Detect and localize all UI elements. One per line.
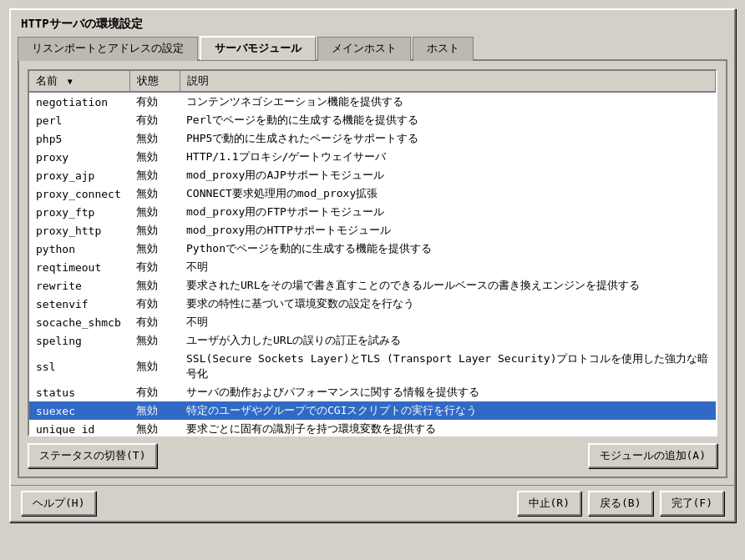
- table-row[interactable]: unique_id無効要求ごとに固有の識別子を持つ環境変数を提供する: [29, 420, 716, 436]
- cell-module-description: 不明: [180, 258, 716, 276]
- table-row[interactable]: php5無効PHP5で動的に生成されたページをサポートする: [29, 129, 716, 148]
- finish-button[interactable]: 完了(F): [660, 491, 724, 516]
- cell-module-name: python: [29, 240, 129, 258]
- cell-module-status: 無効: [129, 221, 180, 240]
- tabs-row: リスンポートとアドレスの設定 サーバモジュール メインホスト ホスト: [11, 35, 734, 59]
- modules-table: 名前 ▼ 状態 説明 negotiation有効コンテンツネゴシエーション機能を…: [29, 71, 716, 436]
- cell-module-name: negotiation: [29, 92, 129, 111]
- modules-table-container[interactable]: 名前 ▼ 状態 説明 negotiation有効コンテンツネゴシエーション機能を…: [28, 69, 717, 436]
- cell-module-description: PHP5で動的に生成されたページをサポートする: [180, 129, 716, 148]
- cell-module-description: Perlでページを動的に生成する機能を提供する: [180, 111, 716, 129]
- table-row[interactable]: proxy_http無効mod_proxy用のHTTPサポートモジュール: [29, 221, 716, 240]
- table-row[interactable]: python無効Pythonでページを動的に生成する機能を提供する: [29, 240, 716, 258]
- footer-left: ヘルプ(H): [21, 491, 96, 516]
- cell-module-status: 有効: [129, 92, 180, 111]
- cell-module-status: 有効: [129, 295, 180, 313]
- table-row[interactable]: suexec無効特定のユーザやグループでのCGIスクリプトの実行を行なう: [29, 401, 716, 420]
- table-row[interactable]: rewrite無効要求されたURLをその場で書き直すことのできるルールベースの書…: [29, 276, 716, 295]
- cell-module-name: status: [29, 383, 129, 401]
- back-button[interactable]: 戻る(B): [588, 491, 652, 516]
- cell-module-status: 無効: [129, 276, 180, 295]
- cell-module-description: サーバの動作およびパフォーマンスに関する情報を提供する: [180, 383, 716, 401]
- cell-module-status: 無効: [129, 401, 180, 420]
- table-row[interactable]: negotiation有効コンテンツネゴシエーション機能を提供する: [29, 92, 716, 111]
- cell-module-name: rewrite: [29, 276, 129, 295]
- cell-module-status: 有効: [129, 313, 180, 331]
- cell-module-status: 無効: [129, 350, 180, 383]
- cell-module-status: 無効: [129, 331, 180, 350]
- cell-module-name: proxy_ajp: [29, 166, 129, 184]
- cell-module-description: Pythonでページを動的に生成する機能を提供する: [180, 240, 716, 258]
- cell-module-name: speling: [29, 331, 129, 350]
- table-row[interactable]: proxy_connect無効CONNECT要求処理用のmod_proxy拡張: [29, 184, 716, 203]
- dialog-title: HTTPサーバの環境設定: [11, 10, 734, 35]
- cell-module-name: proxy: [29, 148, 129, 166]
- add-module-button[interactable]: モジュールの追加(A): [588, 443, 717, 468]
- help-button[interactable]: ヘルプ(H): [21, 491, 96, 516]
- table-row[interactable]: status有効サーバの動作およびパフォーマンスに関する情報を提供する: [29, 383, 716, 401]
- cell-module-status: 無効: [129, 148, 180, 166]
- cell-module-name: suexec: [29, 401, 129, 420]
- cell-module-name: setenvif: [29, 295, 129, 313]
- tab-modules[interactable]: サーバモジュール: [200, 36, 316, 60]
- cell-module-name: perl: [29, 111, 129, 129]
- module-button-row: ステータスの切替(T) モジュールの追加(A): [28, 443, 717, 468]
- col-description[interactable]: 説明: [180, 71, 716, 92]
- tab-host[interactable]: ホスト: [413, 37, 474, 61]
- cell-module-description: mod_proxy用のAJPサポートモジュール: [180, 166, 716, 184]
- cell-module-status: 有効: [129, 111, 180, 129]
- cell-module-description: 要求ごとに固有の識別子を持つ環境変数を提供する: [180, 420, 716, 436]
- col-name[interactable]: 名前 ▼: [29, 71, 129, 92]
- tab-listen[interactable]: リスンポートとアドレスの設定: [18, 37, 198, 61]
- tab-mainhost[interactable]: メインホスト: [317, 37, 411, 61]
- cell-module-description: ユーザが入力したURLの誤りの訂正を試みる: [180, 331, 716, 350]
- table-row[interactable]: perl有効Perlでページを動的に生成する機能を提供する: [29, 111, 716, 129]
- cell-module-status: 無効: [129, 129, 180, 148]
- cell-module-description: HTTP/1.1プロキシ/ゲートウェイサーバ: [180, 148, 716, 166]
- toggle-status-button[interactable]: ステータスの切替(T): [28, 443, 157, 468]
- cell-module-description: 不明: [180, 313, 716, 331]
- table-row[interactable]: setenvif有効要求の特性に基づいて環境変数の設定を行なう: [29, 295, 716, 313]
- table-row[interactable]: proxy無効HTTP/1.1プロキシ/ゲートウェイサーバ: [29, 148, 716, 166]
- cell-module-name: unique_id: [29, 420, 129, 436]
- footer-right: 中止(R) 戻る(B) 完了(F): [517, 491, 724, 516]
- cell-module-status: 有効: [129, 258, 180, 276]
- footer-row: ヘルプ(H) 中止(R) 戻る(B) 完了(F): [11, 485, 734, 521]
- cell-module-description: SSL(Secure Sockets Layer)とTLS (Transport…: [180, 350, 716, 383]
- cell-module-description: mod_proxy用のFTPサポートモジュール: [180, 203, 716, 221]
- cell-module-name: proxy_ftp: [29, 203, 129, 221]
- dialog: HTTPサーバの環境設定 リスンポートとアドレスの設定 サーバモジュール メイン…: [9, 8, 736, 522]
- cell-module-status: 有効: [129, 383, 180, 401]
- table-row[interactable]: proxy_ftp無効mod_proxy用のFTPサポートモジュール: [29, 203, 716, 221]
- cell-module-name: reqtimeout: [29, 258, 129, 276]
- cell-module-status: 無効: [129, 240, 180, 258]
- content-area: 名前 ▼ 状態 説明 negotiation有効コンテンツネゴシエーション機能を…: [18, 59, 727, 478]
- cancel-button[interactable]: 中止(R): [517, 491, 581, 516]
- cell-module-status: 無効: [129, 420, 180, 436]
- table-row[interactable]: reqtimeout有効不明: [29, 258, 716, 276]
- cell-module-status: 無効: [129, 184, 180, 203]
- table-row[interactable]: proxy_ajp無効mod_proxy用のAJPサポートモジュール: [29, 166, 716, 184]
- title-text: HTTPサーバの環境設定: [21, 17, 143, 30]
- sort-arrow: ▼: [68, 77, 73, 86]
- cell-module-name: proxy_http: [29, 221, 129, 240]
- cell-module-name: ssl: [29, 350, 129, 383]
- cell-module-description: 要求の特性に基づいて環境変数の設定を行なう: [180, 295, 716, 313]
- col-status[interactable]: 状態: [129, 71, 180, 92]
- cell-module-name: php5: [29, 129, 129, 148]
- cell-module-description: コンテンツネゴシエーション機能を提供する: [180, 92, 716, 111]
- cell-module-description: 要求されたURLをその場で書き直すことのできるルールベースの書き換えエンジンを提…: [180, 276, 716, 295]
- cell-module-name: proxy_connect: [29, 184, 129, 203]
- table-row[interactable]: socache_shmcb有効不明: [29, 313, 716, 331]
- cell-module-description: CONNECT要求処理用のmod_proxy拡張: [180, 184, 716, 203]
- cell-module-description: 特定のユーザやグループでのCGIスクリプトの実行を行なう: [180, 401, 716, 420]
- cell-module-description: mod_proxy用のHTTPサポートモジュール: [180, 221, 716, 240]
- table-row[interactable]: speling無効ユーザが入力したURLの誤りの訂正を試みる: [29, 331, 716, 350]
- cell-module-status: 無効: [129, 166, 180, 184]
- cell-module-name: socache_shmcb: [29, 313, 129, 331]
- cell-module-status: 無効: [129, 203, 180, 221]
- table-row[interactable]: ssl無効SSL(Secure Sockets Layer)とTLS (Tran…: [29, 350, 716, 383]
